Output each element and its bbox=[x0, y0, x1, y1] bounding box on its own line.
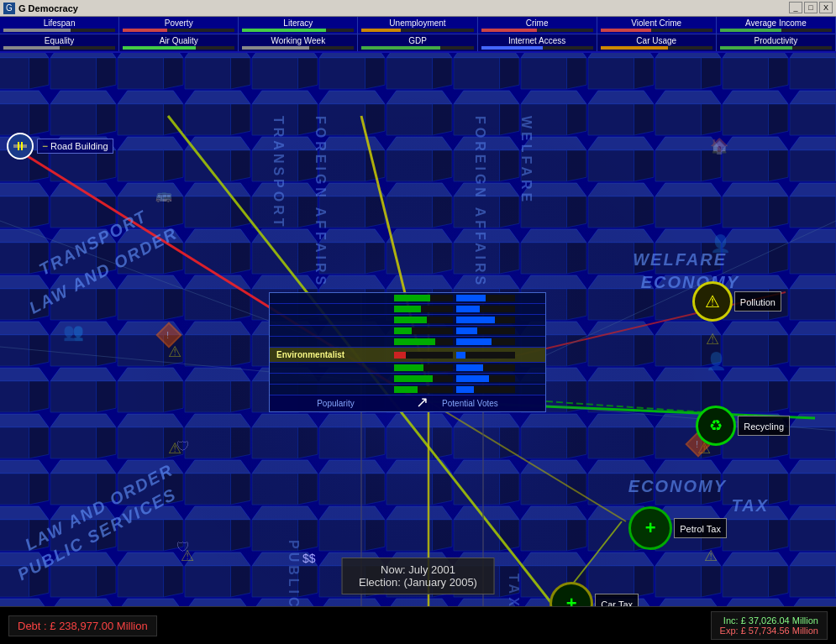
stat-productivity[interactable]: Productivity bbox=[717, 34, 836, 51]
date-display: Now: July 2001 Election: (January 2005) bbox=[341, 558, 495, 594]
current-date: Now: July 2001 bbox=[359, 563, 477, 576]
stat-literacy-label: Literacy bbox=[242, 18, 354, 28]
pollution-label: Pollution bbox=[740, 297, 776, 307]
app-icon: G bbox=[3, 3, 15, 14]
voter-row bbox=[270, 385, 545, 395]
window-title: G Democracy bbox=[18, 3, 78, 13]
income-display: Inc: £ 37,026.04 Million Exp: £ 57,734.5… bbox=[711, 611, 828, 640]
tile-person-icon-2: 👤 bbox=[710, 233, 731, 254]
stat-productivity-label: Productivity bbox=[720, 36, 832, 45]
stat-gdp-label: GDP bbox=[361, 36, 473, 45]
diagonal-tax: TAX bbox=[506, 573, 521, 610]
stat-gdp[interactable]: GDP bbox=[358, 34, 477, 51]
diagonal-foreign-affairs-2: FOREIGN AFFAIRS bbox=[472, 116, 487, 288]
pollution-node[interactable]: ⚠ Pollution bbox=[692, 281, 781, 322]
stat-working-week[interactable]: Working Week bbox=[239, 34, 358, 51]
stat-average-income-label: Average Income bbox=[720, 18, 832, 28]
label-tax: TAX bbox=[731, 496, 769, 516]
voter-row bbox=[270, 315, 545, 326]
expense-row: Exp: £ 57,734.56 Million bbox=[720, 626, 818, 636]
stat-internet-access[interactable]: Internet Access bbox=[478, 34, 597, 51]
diagonal-transport: TRANSPORT bbox=[271, 116, 286, 230]
game-area[interactable]: TRANSPORT FOREIGN AFFAIRS FOREIGN AFFAIR… bbox=[0, 53, 836, 641]
label-economy-2: ECONOMY bbox=[628, 477, 727, 496]
stats-row-2: Equality Air Quality Working Week GDP In… bbox=[0, 34, 836, 53]
tile-person-icon-3: 👤 bbox=[706, 351, 727, 371]
tile-bus-icon: 🚌 bbox=[155, 187, 172, 203]
stat-literacy[interactable]: Literacy bbox=[239, 17, 358, 34]
stats-row-1: Lifespan Poverty Literacy Unemployment C… bbox=[0, 17, 836, 34]
stat-unemployment-label: Unemployment bbox=[361, 18, 473, 28]
election-date: Election: (January 2005) bbox=[359, 576, 477, 589]
title-bar: G G Democracy _ □ X bbox=[0, 0, 836, 17]
road-building-node[interactable]: − Road Building bbox=[7, 133, 113, 160]
stat-violent-crime-label: Violent Crime bbox=[601, 18, 712, 28]
svg-rect-16 bbox=[18, 142, 19, 150]
potential-votes-header: Potential Votes bbox=[442, 399, 498, 408]
maximize-button[interactable]: □ bbox=[804, 2, 818, 13]
stat-average-income[interactable]: Average Income bbox=[717, 17, 836, 34]
stat-poverty-label: Poverty bbox=[123, 18, 234, 28]
diagonal-foreign-affairs-1: FOREIGN AFFAIRS bbox=[313, 116, 328, 288]
road-building-label: Road Building bbox=[50, 141, 108, 151]
stat-crime-label: Crime bbox=[481, 18, 593, 28]
svg-rect-17 bbox=[21, 142, 23, 150]
stat-lifespan-label: Lifespan bbox=[3, 18, 115, 28]
stat-air-quality[interactable]: Air Quality bbox=[119, 34, 239, 51]
stat-equality[interactable]: Equality bbox=[0, 34, 119, 51]
voter-row bbox=[270, 326, 545, 337]
svg-rect-15 bbox=[13, 144, 27, 148]
voter-panel-header: Popularity Potential Votes bbox=[270, 395, 545, 411]
road-building-icon bbox=[7, 133, 34, 160]
voter-row bbox=[270, 337, 545, 348]
stat-air-quality-label: Air Quality bbox=[123, 36, 234, 45]
stat-internet-access-label: Internet Access bbox=[481, 36, 593, 45]
voter-row bbox=[270, 374, 545, 385]
recycling-node[interactable]: ♻ Recycling bbox=[696, 406, 790, 446]
stat-violent-crime[interactable]: Violent Crime bbox=[597, 17, 717, 34]
stat-unemployment[interactable]: Unemployment bbox=[358, 17, 477, 34]
minimize-button[interactable]: _ bbox=[789, 2, 802, 13]
stat-lifespan[interactable]: Lifespan bbox=[0, 17, 119, 34]
tile-person-icon: 👥 bbox=[63, 322, 84, 342]
tile-house-icon: 🏠 bbox=[710, 137, 728, 155]
income-row: Inc: £ 37,026.04 Million bbox=[720, 615, 818, 626]
tile-shield-icon: 🛡 bbox=[176, 439, 190, 454]
stat-car-usage[interactable]: Car Usage bbox=[597, 34, 717, 51]
voter-row bbox=[270, 293, 545, 304]
petrol-tax-label: Petrol Tax bbox=[680, 524, 721, 534]
voter-panel: Environmentalist Popularity Potential Vo… bbox=[269, 292, 546, 412]
stat-poverty[interactable]: Poverty bbox=[119, 17, 239, 34]
diagonal-welfare: WELFARE bbox=[518, 116, 534, 205]
petrol-tax-node[interactable]: + Petrol Tax bbox=[628, 506, 727, 550]
environmentalist-voter-row[interactable]: Environmentalist bbox=[270, 348, 545, 363]
popularity-header: Popularity bbox=[317, 399, 354, 408]
close-button[interactable]: X bbox=[819, 2, 833, 13]
stat-car-usage-label: Car Usage bbox=[601, 36, 712, 45]
voter-row bbox=[270, 363, 545, 374]
tile-shield-icon-2: 🛡 bbox=[176, 540, 190, 555]
stat-working-week-label: Working Week bbox=[242, 36, 354, 45]
recycling-label: Recycling bbox=[744, 421, 784, 432]
tile-warning-2: ⚠ bbox=[706, 330, 719, 348]
environmentalist-label: Environmentalist bbox=[276, 350, 394, 359]
window-controls: _ □ X bbox=[789, 2, 833, 13]
bottom-bar: Debt : £ 238,977.00 Million Inc: £ 37,02… bbox=[0, 606, 836, 644]
debt-display: Debt : £ 238,977.00 Million bbox=[8, 615, 157, 636]
debt-label: Debt : £ 238,977.00 Million bbox=[18, 620, 148, 632]
dollar-sign: $$ bbox=[302, 552, 316, 565]
voter-row bbox=[270, 304, 545, 315]
stat-equality-label: Equality bbox=[3, 36, 115, 45]
stat-crime[interactable]: Crime bbox=[478, 17, 597, 34]
